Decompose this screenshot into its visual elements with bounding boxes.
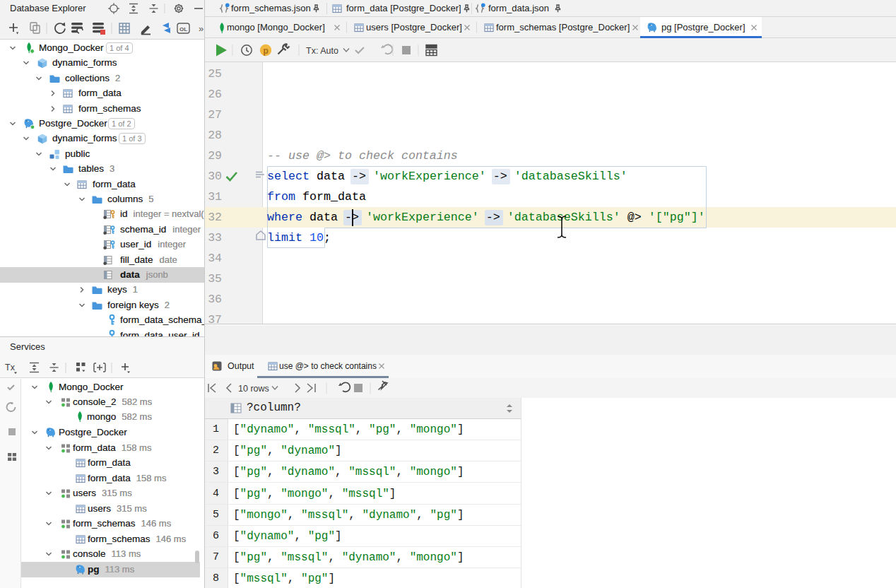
svg-text:Tx: Tx [5, 363, 16, 372]
svg-text:OL: OL [179, 26, 187, 33]
svg-text:Tx: Auto: Tx: Auto [306, 46, 338, 56]
svg-text:10 rows: 10 rows [238, 384, 269, 394]
svg-text:p: p [264, 46, 269, 56]
svg-text:»: » [199, 23, 204, 34]
